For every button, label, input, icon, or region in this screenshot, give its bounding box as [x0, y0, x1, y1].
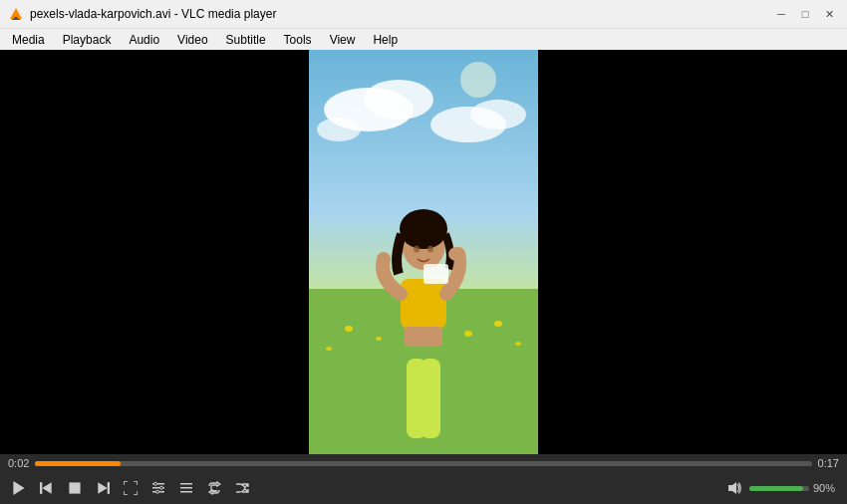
svg-marker-28	[42, 482, 51, 494]
prev-icon	[40, 481, 54, 495]
random-icon	[235, 481, 249, 495]
volume-percent: 90%	[813, 482, 835, 494]
next-icon	[96, 481, 110, 495]
svg-point-15	[464, 331, 472, 337]
svg-point-25	[448, 247, 464, 261]
window-controls: ─ □ ✕	[771, 5, 839, 23]
menu-media[interactable]: Media	[4, 31, 53, 49]
extended-button[interactable]	[145, 475, 171, 501]
volume-bar[interactable]	[749, 486, 809, 491]
svg-marker-27	[13, 481, 24, 495]
svg-rect-39	[180, 483, 192, 485]
svg-rect-2	[12, 19, 20, 20]
black-right	[538, 50, 847, 454]
video-area	[0, 50, 847, 454]
loop-icon	[207, 481, 221, 495]
controls-row: 90%	[0, 472, 847, 504]
svg-rect-20	[405, 327, 442, 347]
control-area: 0:02 0:17	[0, 454, 847, 504]
svg-point-7	[470, 100, 526, 129]
play-icon	[12, 481, 26, 495]
loop-button[interactable]	[201, 475, 227, 501]
fullscreen-button[interactable]	[118, 475, 143, 501]
menu-bar: Media Playback Audio Video Subtitle Tool…	[0, 28, 847, 50]
svg-point-14	[515, 342, 521, 346]
svg-point-11	[345, 326, 353, 332]
svg-point-5	[364, 80, 433, 120]
svg-rect-1	[14, 17, 18, 19]
svg-point-12	[376, 337, 382, 341]
svg-point-37	[160, 486, 163, 489]
svg-point-13	[494, 321, 502, 327]
svg-point-36	[154, 482, 157, 485]
playlist-icon	[179, 481, 193, 495]
time-total: 0:17	[818, 457, 839, 469]
play-button[interactable]	[6, 475, 32, 501]
fullscreen-icon	[124, 481, 138, 495]
svg-rect-19	[401, 279, 446, 329]
svg-rect-41	[180, 491, 192, 493]
volume-icon	[726, 480, 742, 496]
stop-button[interactable]	[62, 475, 88, 501]
svg-marker-31	[98, 482, 107, 494]
random-button[interactable]	[229, 475, 255, 501]
prev-button[interactable]	[34, 475, 60, 501]
menu-help[interactable]: Help	[365, 31, 406, 49]
menu-subtitle[interactable]: Subtitle	[218, 31, 274, 49]
progress-fill	[35, 461, 121, 466]
volume-button[interactable]	[723, 477, 745, 499]
svg-point-22	[400, 209, 447, 249]
svg-rect-40	[180, 487, 192, 489]
video-frame	[309, 50, 538, 454]
title-bar: pexels-vlada-karpovich.avi - VLC media p…	[0, 0, 847, 28]
svg-point-9	[460, 62, 496, 98]
video-content	[309, 50, 538, 454]
menu-audio[interactable]: Audio	[121, 31, 167, 49]
maximize-button[interactable]: □	[795, 5, 815, 23]
svg-point-8	[317, 118, 361, 141]
menu-view[interactable]: View	[322, 31, 364, 49]
volume-section: 90%	[723, 477, 835, 499]
next-button[interactable]	[90, 475, 116, 501]
minimize-button[interactable]: ─	[771, 5, 791, 23]
menu-playback[interactable]: Playback	[55, 31, 120, 49]
menu-tools[interactable]: Tools	[276, 31, 320, 49]
svg-point-24	[427, 246, 433, 253]
svg-rect-32	[108, 482, 110, 494]
svg-point-23	[414, 246, 420, 253]
menu-video[interactable]: Video	[169, 31, 215, 49]
playlist-button[interactable]	[173, 475, 199, 501]
svg-point-38	[156, 490, 159, 493]
app-icon	[8, 6, 24, 22]
svg-rect-30	[69, 482, 80, 493]
svg-point-16	[326, 347, 332, 351]
stop-icon	[68, 481, 82, 495]
svg-marker-42	[728, 482, 736, 494]
progress-row: 0:02 0:17	[0, 454, 847, 472]
volume-fill	[749, 486, 803, 491]
svg-rect-26	[424, 264, 448, 284]
progress-bar[interactable]	[35, 461, 811, 466]
extended-icon	[151, 481, 165, 495]
close-button[interactable]: ✕	[819, 5, 839, 23]
svg-rect-18	[421, 359, 440, 438]
time-current: 0:02	[8, 457, 29, 469]
window-title: pexels-vlada-karpovich.avi - VLC media p…	[30, 7, 765, 21]
black-left	[0, 50, 309, 454]
svg-rect-29	[40, 482, 42, 494]
